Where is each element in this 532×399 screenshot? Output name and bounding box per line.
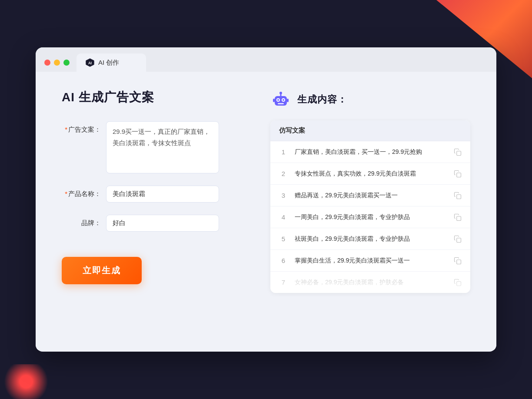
right-header: 生成内容：: [270, 89, 470, 110]
row-number: 2: [279, 170, 288, 177]
tab-title: AI 创作: [98, 59, 119, 67]
table-header: 仿写文案: [270, 120, 470, 141]
svg-rect-12: [457, 151, 461, 155]
brand-group: 品牌：: [62, 215, 244, 232]
svg-rect-10: [273, 99, 275, 102]
row-text: 厂家直销，美白淡斑霜，买一送一，29.9元抢购: [295, 147, 447, 156]
svg-point-7: [277, 99, 279, 101]
maximize-button[interactable]: [63, 60, 70, 66]
ad-copy-required-star: *: [65, 126, 67, 133]
row-number: 4: [279, 213, 288, 221]
row-number: 3: [279, 192, 288, 199]
row-text: 赠品再送，29.9元美白淡斑霜买一送一: [295, 191, 447, 200]
page-title: AI 生成广告文案: [62, 89, 244, 106]
row-number: 6: [279, 257, 288, 264]
robot-icon: [270, 89, 291, 110]
bg-decoration-bottom-left: [0, 364, 52, 399]
copy-icon[interactable]: [454, 257, 462, 265]
product-name-group: *产品名称：: [62, 186, 244, 203]
product-name-required-star: *: [65, 190, 67, 197]
table-row: 1 厂家直销，美白淡斑霜，买一送一，29.9元抢购: [270, 141, 470, 163]
brand-input[interactable]: [106, 215, 219, 232]
copy-icon[interactable]: [454, 235, 462, 243]
svg-rect-17: [457, 259, 461, 264]
svg-rect-16: [457, 238, 461, 242]
svg-point-4: [279, 92, 282, 94]
copy-icon[interactable]: [454, 213, 462, 221]
product-name-input[interactable]: [106, 186, 219, 203]
svg-rect-18: [457, 281, 461, 286]
minimize-button[interactable]: [54, 60, 60, 66]
copy-icon[interactable]: [454, 192, 462, 200]
copy-icon[interactable]: [454, 148, 462, 156]
svg-rect-9: [278, 103, 284, 104]
ai-tab-icon: AI: [85, 58, 95, 67]
row-number: 7: [279, 279, 288, 286]
window-controls: [44, 60, 70, 66]
generate-button[interactable]: 立即生成: [62, 257, 142, 284]
ad-copy-group: *广告文案： 29.9买一送一，真正的厂家直销，美白淡斑霜，专抹女性斑点: [62, 121, 244, 173]
right-panel-title: 生成内容：: [297, 93, 347, 106]
svg-rect-13: [457, 173, 461, 177]
table-row: 3 赠品再送，29.9元美白淡斑霜买一送一: [270, 185, 470, 206]
row-text: 女神必备，29.9元美白淡斑霜，护肤必备: [295, 278, 447, 287]
copy-icon[interactable]: [454, 170, 462, 178]
brand-label: 品牌：: [62, 215, 101, 227]
svg-rect-14: [457, 194, 461, 199]
ad-copy-label: *广告文案：: [62, 121, 101, 134]
browser-tab[interactable]: AI AI 创作: [76, 53, 146, 72]
row-text: 祛斑美白，29.9元美白淡斑霜，专业护肤品: [295, 234, 447, 243]
close-button[interactable]: [44, 60, 50, 66]
copy-icon[interactable]: [454, 279, 462, 286]
svg-rect-11: [287, 99, 289, 102]
browser-content: AI 生成广告文案 *广告文案： 29.9买一送一，真正的厂家直销，美白淡斑霜，…: [36, 72, 496, 350]
table-row: 5 祛斑美白，29.9元美白淡斑霜，专业护肤品: [270, 228, 470, 250]
table-row: 7 女神必备，29.9元美白淡斑霜，护肤必备: [270, 272, 470, 293]
row-number: 1: [279, 148, 288, 156]
row-text: 一周美白，29.9元美白淡斑霜，专业护肤品: [295, 213, 447, 222]
svg-point-8: [283, 99, 284, 101]
svg-text:AI: AI: [88, 61, 92, 65]
results-table: 仿写文案 1 厂家直销，美白淡斑霜，买一送一，29.9元抢购 2 专抹女性斑点，…: [270, 120, 470, 293]
table-row: 2 专抹女性斑点，真实功效，29.9元美白淡斑霜: [270, 163, 470, 185]
product-name-label: *产品名称：: [62, 186, 101, 198]
left-panel: AI 生成广告文案 *广告文案： 29.9买一送一，真正的厂家直销，美白淡斑霜，…: [62, 89, 244, 332]
browser-window: AI AI 创作 AI 生成广告文案 *广告文案： 29.9买一送一，真正的厂家…: [36, 47, 496, 352]
row-text: 专抹女性斑点，真实功效，29.9元美白淡斑霜: [295, 169, 447, 178]
ad-copy-textarea[interactable]: 29.9买一送一，真正的厂家直销，美白淡斑霜，专抹女性斑点: [106, 121, 219, 173]
table-row: 6 掌握美白生活，29.9元美白淡斑霜买一送一: [270, 250, 470, 272]
right-panel: 生成内容： 仿写文案 1 厂家直销，美白淡斑霜，买一送一，29.9元抢购 2 专…: [270, 89, 470, 332]
row-text: 掌握美白生活，29.9元美白淡斑霜买一送一: [295, 256, 447, 265]
table-row: 4 一周美白，29.9元美白淡斑霜，专业护肤品: [270, 206, 470, 228]
browser-chrome: AI AI 创作: [36, 47, 496, 72]
results-rows-container: 1 厂家直销，美白淡斑霜，买一送一，29.9元抢购 2 专抹女性斑点，真实功效，…: [270, 141, 470, 293]
row-number: 5: [279, 235, 288, 243]
svg-rect-15: [457, 216, 461, 220]
